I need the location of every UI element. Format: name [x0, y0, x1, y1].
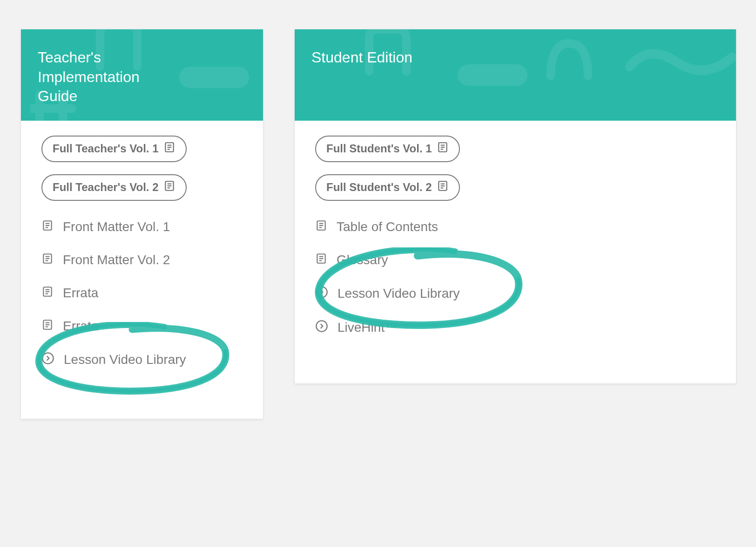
lesson-video-library-item[interactable]: Lesson Video Library [315, 286, 716, 302]
student-edition-body: Full Student's Vol. 1 Full Student's Vol… [295, 121, 736, 351]
full-student-vol1-button[interactable]: Full Student's Vol. 1 [315, 136, 460, 162]
student-edition-header: Student Edition [295, 29, 736, 121]
teacher-guide-body: Full Teacher's Vol. 1 Full Teacher's Vol… [21, 121, 263, 383]
svg-point-44 [316, 321, 327, 331]
student-list: Table of Contents Glossary Lesson Video … [315, 219, 716, 336]
teacher-guide-card: Teacher's Implementation Guide Full Teac… [21, 29, 263, 419]
button-label: Full Student's Vol. 1 [326, 142, 432, 156]
list-item[interactable]: Errata [41, 286, 243, 301]
student-edition-title: Student Edition [311, 48, 432, 68]
list-item[interactable]: Front Matter Vol. 2 [41, 253, 243, 268]
document-icon [315, 219, 327, 235]
teacher-list: Front Matter Vol. 1 Front Matter Vol. 2 … [41, 219, 243, 368]
chevron-circle-icon [41, 352, 54, 368]
list-item-label: Table of Contents [337, 219, 438, 234]
list-item[interactable]: Glossary [315, 253, 716, 268]
document-icon [41, 219, 54, 235]
list-item[interactable]: Table of Contents [315, 219, 716, 235]
document-icon [41, 286, 54, 301]
list-item-label: Errata [63, 319, 98, 334]
list-item[interactable]: Errata [41, 319, 243, 334]
list-item-label: Lesson Video Library [64, 352, 186, 367]
document-icon [41, 253, 54, 268]
lesson-video-library-item[interactable]: Lesson Video Library [41, 352, 243, 368]
full-student-vol2-button[interactable]: Full Student's Vol. 2 [315, 174, 460, 201]
list-item-label: Glossary [337, 253, 388, 267]
teacher-guide-header: Teacher's Implementation Guide [21, 29, 263, 121]
document-icon [437, 180, 449, 195]
list-item-label: Front Matter Vol. 2 [63, 253, 170, 267]
list-item-label: Errata [63, 286, 98, 301]
document-icon [41, 319, 54, 334]
svg-rect-0 [179, 67, 249, 88]
button-label: Full Student's Vol. 2 [326, 181, 432, 194]
teacher-guide-title: Teacher's Implementation Guide [38, 48, 159, 106]
list-item-label: LiveHint™ [338, 320, 398, 335]
list-item-label: Lesson Video Library [338, 286, 460, 301]
list-item-label: Front Matter Vol. 1 [63, 219, 170, 234]
document-icon [437, 141, 449, 157]
livehint-item[interactable]: LiveHint™ [315, 320, 716, 336]
document-icon [163, 141, 176, 157]
list-item[interactable]: Front Matter Vol. 1 [41, 219, 243, 235]
document-icon [315, 253, 327, 268]
button-label: Full Teacher's Vol. 1 [53, 142, 159, 156]
student-edition-card: Student Edition Full Student's Vol. 1 Fu… [295, 29, 736, 383]
svg-point-25 [42, 353, 53, 363]
document-icon [163, 180, 176, 195]
chevron-circle-icon [315, 320, 328, 336]
svg-point-43 [316, 287, 327, 297]
full-teacher-vol2-button[interactable]: Full Teacher's Vol. 2 [41, 174, 187, 201]
button-label: Full Teacher's Vol. 2 [53, 181, 159, 194]
full-teacher-vol1-button[interactable]: Full Teacher's Vol. 1 [41, 136, 187, 162]
svg-rect-26 [458, 64, 527, 86]
chevron-circle-icon [315, 286, 328, 302]
